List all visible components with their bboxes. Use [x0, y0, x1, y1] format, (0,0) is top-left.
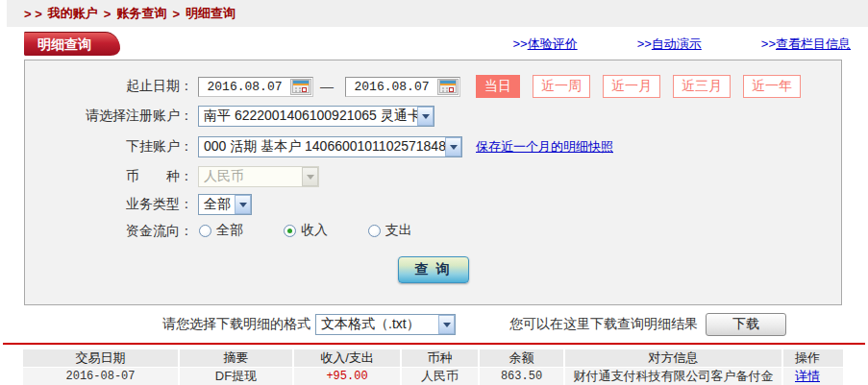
registered-account-label: 请选择注册账户：	[25, 108, 193, 125]
download-format-label: 请您选择下载明细的格式	[162, 316, 310, 333]
chevron-down-icon	[235, 195, 251, 214]
business-type-row: 业务类型： 全部	[25, 191, 841, 217]
breadcrumb-prefix: > >	[24, 7, 42, 21]
sub-account-select[interactable]: 000 活期 基本户 1406600101102571848	[198, 136, 462, 157]
col-header-action: 操作	[781, 349, 831, 367]
chevron-down-icon	[302, 167, 318, 186]
chevron-down-icon	[445, 137, 461, 156]
query-form-panel: 起止日期： 2016.08.07 — 2016.08.07	[24, 60, 842, 305]
download-format-select[interactable]: 文本格式（.txt）	[315, 314, 456, 335]
calendar-icon	[439, 80, 457, 93]
calendar-icon	[292, 80, 310, 93]
breadcrumb-item-my-account[interactable]: 我的账户	[48, 5, 98, 22]
sub-account-label: 下挂账户：	[25, 138, 193, 156]
breadcrumb-separator: >	[172, 7, 180, 21]
breadcrumb-item-detail-query[interactable]: 明细查询	[186, 5, 236, 22]
quick-range-year-button[interactable]: 近一年	[743, 75, 801, 98]
registered-account-row: 请选择注册账户： 南平 6222001406100921065 灵通卡	[25, 101, 841, 132]
radio-icon	[368, 225, 381, 237]
quick-range-quarter-button[interactable]: 近三月	[673, 75, 731, 98]
fund-direction-radio-all[interactable]: 全部	[199, 222, 243, 239]
col-header-currency: 币种	[400, 349, 478, 367]
registered-account-select[interactable]: 南平 6222001406100921065 灵通卡	[198, 106, 434, 127]
breadcrumb-item-account-query[interactable]: 账务查询	[116, 5, 166, 22]
business-type-label: 业务类型：	[25, 196, 193, 213]
col-header-balance: 余额	[478, 349, 563, 367]
section-header: 明细查询 >>体验评价 >>自动演示 >>查看栏目信息	[0, 27, 868, 60]
download-row: 请您选择下载明细的格式 文本格式（.txt） 您可以在这里下载查询明细结果 下载	[0, 310, 868, 339]
start-date-calendar-button[interactable]	[290, 79, 311, 95]
detail-link[interactable]: 详情	[795, 369, 820, 383]
cell-counterparty: 财付通支付科技有限公司客户备付金	[563, 368, 781, 385]
radio-checked-icon	[284, 225, 296, 237]
date-range-separator: —	[320, 79, 334, 94]
fund-direction-radio-expense[interactable]: 支出	[368, 222, 412, 239]
link-view-column-info[interactable]: >>查看栏目信息	[761, 36, 851, 53]
business-type-select[interactable]: 全部	[198, 194, 252, 215]
cell-summary: DF提现	[178, 368, 292, 385]
chevron-down-icon	[438, 315, 455, 334]
page-title-tab: 明细查询	[24, 32, 120, 56]
end-date-calendar-button[interactable]	[437, 79, 459, 95]
cell-balance: 863.50	[478, 368, 563, 385]
quick-range-week-button[interactable]: 近一周	[533, 75, 590, 98]
link-experience-rating[interactable]: >>体验评价	[512, 36, 577, 53]
date-range-label: 起止日期：	[25, 78, 193, 95]
col-header-counterparty: 对方信息	[563, 349, 781, 367]
col-header-date: 交易日期	[23, 349, 178, 367]
col-header-amount: 收入/支出	[292, 349, 400, 367]
cell-currency: 人民币	[400, 368, 478, 385]
chevron-down-icon	[417, 107, 434, 126]
save-snapshot-link[interactable]: 保存近一个月的明细快照	[476, 138, 613, 156]
currency-row: 币 种： 人民币	[25, 162, 841, 191]
fund-direction-row: 资金流向： 全部 收入 支出	[25, 217, 841, 245]
quick-range-month-button[interactable]: 近一月	[603, 75, 660, 98]
start-date-input[interactable]: 2016.08.07	[198, 77, 313, 97]
fund-direction-radio-income[interactable]: 收入	[284, 222, 328, 239]
currency-label: 币 种：	[25, 168, 193, 185]
sub-account-row: 下挂账户： 000 活期 基本户 1406600101102571848 保存近…	[25, 132, 841, 162]
cell-date: 2016-08-07	[23, 368, 178, 385]
quick-range-today-button[interactable]: 当日	[476, 75, 520, 98]
fund-direction-label: 资金流向：	[25, 223, 193, 240]
currency-select: 人民币	[198, 166, 319, 187]
col-header-summary: 摘要	[178, 349, 292, 367]
download-button[interactable]: 下载	[706, 313, 786, 336]
cell-amount: +95.00	[292, 368, 400, 385]
end-date-input[interactable]: 2016.08.07	[345, 77, 460, 97]
date-range-row: 起止日期： 2016.08.07 — 2016.08.07	[25, 72, 841, 101]
radio-icon	[199, 225, 211, 237]
breadcrumb: > > 我的账户 > 账务查询 > 明细查询	[0, 0, 868, 27]
download-hint-text: 您可以在这里下载查询明细结果	[509, 316, 698, 333]
table-row: 2016-08-07 DF提现 +95.00 人民币 863.50 财付通支付科…	[23, 368, 843, 385]
result-table: 交易日期 摘要 收入/支出 币种 余额 对方信息 操作 2016-08-07 D…	[23, 349, 843, 385]
link-auto-demo[interactable]: >>自动演示	[637, 36, 702, 53]
query-button[interactable]: 查 询	[398, 256, 469, 283]
breadcrumb-separator: >	[104, 7, 112, 21]
table-top-divider	[3, 343, 865, 345]
table-header-row: 交易日期 摘要 收入/支出 币种 余额 对方信息 操作	[23, 349, 843, 367]
